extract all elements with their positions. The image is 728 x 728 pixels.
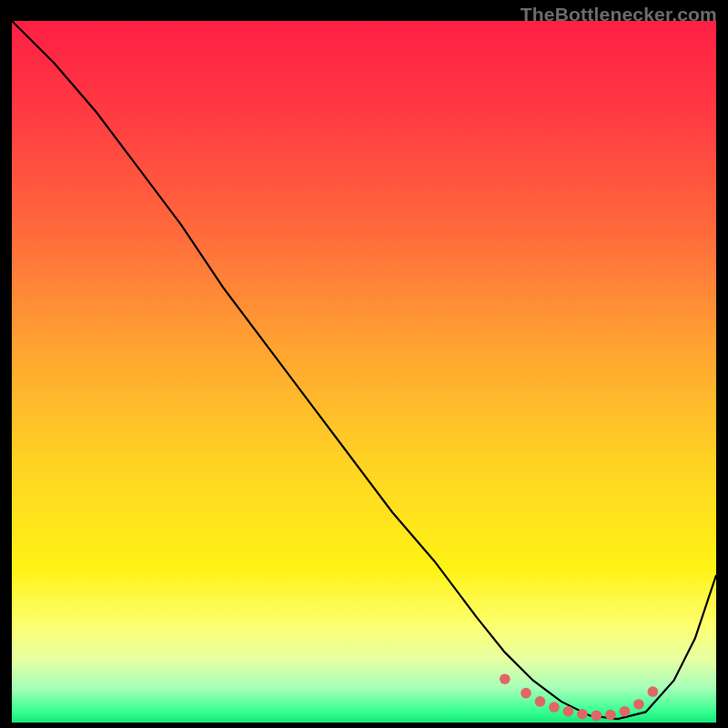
chart-frame: TheBottlenecker.com	[0, 0, 728, 728]
gradient-background	[12, 21, 716, 723]
plot-area	[12, 21, 716, 723]
svg-rect-0	[12, 21, 716, 723]
